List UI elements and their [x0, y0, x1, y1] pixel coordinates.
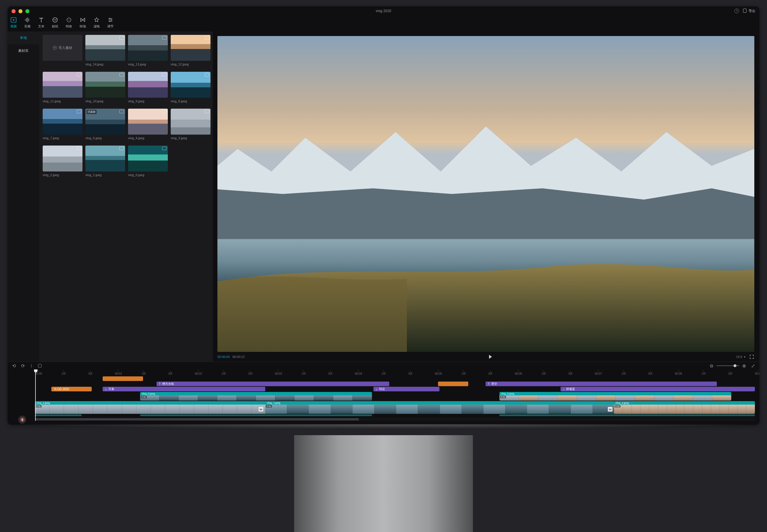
media-item[interactable]: vlog_7.jpeg — [43, 109, 82, 140]
tab-effect[interactable]: 特效 — [66, 17, 72, 29]
audio-segment[interactable] — [500, 414, 755, 416]
zoom-slider[interactable] — [716, 365, 739, 366]
text-track-2[interactable]: 晴天光线星空 — [35, 382, 755, 386]
ruler-sublabel: 20f — [88, 372, 92, 375]
tab-sticker[interactable]: 贴纸 — [52, 17, 58, 29]
media-name: vlog_2.jpeg — [43, 173, 82, 177]
media-item[interactable]: vlog_3.jpeg — [171, 109, 210, 140]
clip[interactable] — [103, 376, 143, 381]
redo-button[interactable]: ⟳ — [21, 363, 25, 369]
media-name: vlog_4.jpeg — [128, 136, 168, 140]
image-type-icon — [119, 110, 124, 113]
clip[interactable]: 星空 — [486, 382, 717, 386]
media-sidebar: 本地素材库 — [7, 31, 39, 362]
fit-timeline-button[interactable]: ⤢ — [751, 363, 755, 369]
chevron-down-icon: ▾ — [744, 355, 746, 359]
media-item[interactable]: vlog_13.jpeg — [128, 35, 168, 66]
time-ruler[interactable]: 00:0010f20f00:0110f20f00:0210f20f00:0310… — [35, 369, 755, 376]
ruler-subtick: 10f — [702, 370, 706, 375]
pip-track[interactable]: vlog_0.jpeg3.0svlog_5.jpeg3.0s — [35, 392, 755, 401]
video-clip[interactable]: vlog_4.jpeg5.0s — [614, 401, 755, 414]
audio-segment[interactable] — [35, 414, 82, 416]
zoom-in-button[interactable]: ⊕ — [742, 363, 746, 369]
media-item[interactable]: vlog_2.jpeg — [43, 146, 82, 177]
scrollbar-thumb[interactable] — [35, 418, 359, 420]
media-item[interactable]: vlog_9.jpeg — [128, 72, 168, 103]
ruler-subtick: 20f — [248, 370, 252, 375]
undo-button[interactable]: ⟲ — [12, 363, 16, 369]
media-name: vlog_13.jpeg — [128, 63, 168, 66]
aspect-ratio-select[interactable]: 16:9 ▾ — [736, 355, 746, 359]
clip[interactable]: 静谧蓝 — [561, 387, 755, 391]
preview-viewport[interactable] — [217, 36, 754, 352]
main-video-track[interactable]: vlog_2.jpeg5.0svlog_1.jpeg5.0svlog_4.jpe… — [35, 401, 755, 414]
filter-icon — [93, 17, 100, 23]
ruler-tick: 00:02 — [195, 369, 202, 375]
playhead[interactable] — [35, 369, 36, 421]
text-icon — [38, 17, 44, 23]
ruler-tick: 00:08 — [675, 369, 682, 375]
clip[interactable]: 到达 — [373, 387, 440, 391]
media-name: vlog_1.jpeg — [85, 173, 125, 177]
clip[interactable] — [438, 382, 468, 386]
image-type-icon — [77, 147, 81, 150]
zoom-window[interactable] — [25, 9, 29, 13]
clip[interactable]: VLOG 2020 — [51, 387, 92, 391]
media-item[interactable]: vlog_14.jpeg — [85, 35, 125, 66]
import-media-button[interactable]: +导入素材 — [43, 35, 82, 61]
adjust-icon — [107, 17, 114, 23]
fullscreen-button[interactable] — [749, 354, 754, 359]
minimize-window[interactable] — [18, 9, 22, 13]
transition-handle[interactable]: ⋈ — [259, 407, 263, 412]
video-clip[interactable]: vlog_5.jpeg3.0s — [500, 392, 731, 401]
body-row: 本地素材库 +导入素材vlog_14.jpegvlog_13.jpegvlog_… — [7, 31, 760, 362]
ruler-subtick: 20f — [168, 370, 172, 375]
export-button[interactable]: 导出 — [743, 9, 755, 14]
audio-segment[interactable] — [140, 414, 372, 416]
split-button[interactable]: ⟊ — [30, 363, 33, 368]
video-clip[interactable]: vlog_2.jpeg5.0s — [35, 401, 266, 414]
close-window[interactable] — [12, 9, 16, 13]
tab-transition[interactable]: 转场 — [80, 17, 86, 29]
text-track-3[interactable]: VLOG 2020开幕到达静谧蓝 — [35, 387, 755, 391]
tab-text[interactable]: 文本 — [38, 17, 44, 29]
media-item[interactable]: vlog_12.jpeg — [171, 35, 210, 66]
media-item[interactable]: 已添加vlog_5.jpeg — [85, 109, 125, 140]
primary-toolbar: 视频音频文本贴纸特效转场滤镜调节 — [7, 16, 760, 31]
media-item[interactable]: vlog_0.jpeg — [128, 146, 168, 177]
media-tab-library[interactable]: 素材库 — [7, 44, 39, 57]
media-item[interactable]: vlog_10.jpeg — [85, 72, 125, 103]
ruler-subtick: 10f — [61, 370, 65, 375]
media-item[interactable]: vlog_8.jpeg — [171, 72, 210, 103]
media-item[interactable]: vlog_11.jpeg — [43, 72, 82, 103]
timeline-scroll[interactable]: 🔇 00:0010f20f00:0110f20f00:0210f20f00:03… — [7, 369, 760, 425]
media-tab-local[interactable]: 本地 — [7, 31, 39, 44]
clip[interactable]: 晴天光线 — [157, 382, 389, 386]
tab-audio[interactable]: 音频 — [24, 17, 31, 29]
media-item[interactable]: vlog_1.jpeg — [85, 146, 125, 177]
help-button[interactable] — [734, 9, 739, 13]
ruler-subtick: 20f — [328, 370, 332, 375]
timeline-scrollbar[interactable] — [35, 418, 755, 421]
media-thumb — [85, 146, 125, 171]
transition-icon — [80, 17, 86, 23]
tab-label: 调节 — [107, 24, 114, 29]
media-thumb — [85, 72, 125, 98]
play-button[interactable] — [489, 355, 492, 359]
video-clip[interactable]: vlog_1.jpeg5.0s — [265, 401, 615, 414]
ruler-subtick: 10f — [462, 370, 466, 375]
zoom-out-button[interactable]: ⊖ — [710, 363, 713, 369]
media-item[interactable]: vlog_4.jpeg — [128, 109, 168, 140]
text-track-1[interactable] — [35, 376, 755, 381]
ruler-label: 00:02 — [195, 372, 202, 375]
clip[interactable]: 开幕 — [103, 387, 265, 391]
media-thumb — [43, 146, 82, 171]
tab-adjust[interactable]: 调节 — [107, 17, 114, 29]
tab-filter[interactable]: 滤镜 — [93, 17, 100, 29]
crop-button[interactable] — [38, 364, 42, 367]
transition-handle[interactable]: ⋈ — [608, 407, 613, 412]
video-clip[interactable]: vlog_0.jpeg3.0s — [140, 392, 372, 401]
mute-toggle[interactable]: 🔇 — [18, 416, 26, 424]
audio-lane[interactable] — [35, 414, 755, 416]
tab-media[interactable]: 视频 — [10, 17, 17, 29]
